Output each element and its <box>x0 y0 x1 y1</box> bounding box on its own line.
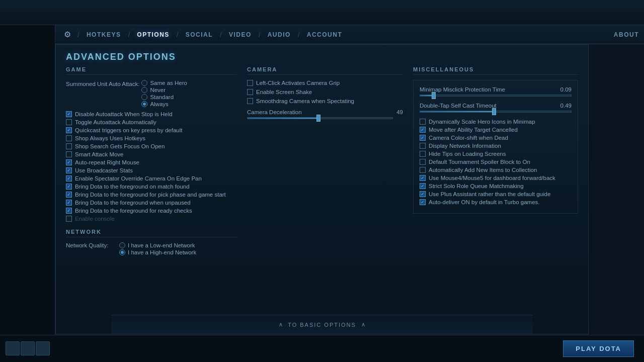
check-label-auto-repeat: Auto-repeat Right Mouse <box>75 159 139 165</box>
check-smart-attack[interactable]: Smart Attack Move <box>66 151 237 157</box>
check-label-foreground-unpaused: Bring Dota to the foreground when unpaus… <box>75 200 191 206</box>
checkbox-auto-add-items <box>420 167 426 173</box>
doubletap-slider-row: Double-Tap Self Cast Timeout 0.49 <box>420 103 572 113</box>
doubletap-label: Double-Tap Self Cast Timeout <box>420 103 497 109</box>
icon-placeholder-1[interactable] <box>6 341 20 355</box>
chevron-up-right: ∧ <box>361 321 365 328</box>
check-label-hide-tips: Hide Tips on Loading Screens <box>429 151 506 157</box>
minimap-track[interactable] <box>420 95 572 97</box>
check-foreground-ready[interactable]: Bring Dota to the foreground for ready c… <box>66 208 237 214</box>
camera-deceleration-value: 49 <box>396 109 403 115</box>
check-label-broadcaster: Use Broadcaster Stats <box>75 167 133 173</box>
check-mouse45[interactable]: Use Mouse4/Mouse5 for dashboard forward/… <box>420 175 572 181</box>
check-smoothdrag[interactable]: Smoothdrag Camera when Spectating <box>247 98 403 104</box>
check-strict-solo[interactable]: Strict Solo Role Queue Matchmaking <box>420 183 572 189</box>
minimap-thumb[interactable] <box>432 92 436 99</box>
checkbox-toggle-autoattack <box>66 119 72 125</box>
nav-bar: ⚙ / HOTKEYS / OPTIONS / SOCIAL / VIDEO /… <box>55 25 644 44</box>
checkbox-mouse45 <box>420 175 426 181</box>
misc-box: Minimap Misclick Protection Time 0.09 Do… <box>413 80 578 214</box>
play-dota-button[interactable]: PLAY DOTA <box>563 340 634 357</box>
check-screen-shake[interactable]: Enable Screen Shake <box>247 89 403 95</box>
nav-options[interactable]: OPTIONS <box>133 31 174 38</box>
check-auto-add-items[interactable]: Automatically Add New Items to Collectio… <box>420 167 572 173</box>
check-label-camera-color-shift: Camera Color-shift when Dead <box>429 135 508 141</box>
check-foreground-pick[interactable]: Bring Dota to the foreground for pick ph… <box>66 192 237 198</box>
left-icon-group <box>0 335 55 362</box>
radio-text-standard: Standard <box>150 94 174 100</box>
checkbox-shop-search <box>66 143 72 149</box>
nav-video[interactable]: VIDEO <box>225 31 256 38</box>
check-move-after-ability[interactable]: Move after Ability Target Cancelled <box>420 127 572 133</box>
nav-audio[interactable]: AUDIO <box>264 31 295 38</box>
icon-placeholder-2[interactable] <box>21 341 35 355</box>
checkbox-auto-deliver <box>420 199 426 205</box>
check-shop-hotkeys[interactable]: Shop Always Uses Hotkeys <box>66 135 237 141</box>
radio-text-low-end: I have a Low-end Network <box>128 242 195 248</box>
check-foreground-unpaused[interactable]: Bring Dota to the foreground when unpaus… <box>66 200 237 206</box>
camera-deceleration-thumb[interactable] <box>316 115 320 122</box>
checkbox-enable-console <box>66 216 72 222</box>
radio-standard[interactable]: Standard <box>141 94 187 100</box>
radio-circle-always <box>141 101 147 107</box>
doubletap-fill <box>420 111 494 112</box>
icon-placeholder-3[interactable] <box>36 341 50 355</box>
nav-about[interactable]: ABOUT <box>614 31 639 38</box>
radio-never[interactable]: Never <box>141 87 187 93</box>
check-plus-assistant[interactable]: Use Plus Assistant rather than the defau… <box>420 191 572 197</box>
radio-always[interactable]: Always <box>141 101 187 107</box>
network-radio-options: I have a Low-end Network I have a High-e… <box>119 242 196 255</box>
nav-hotkeys[interactable]: HOTKEYS <box>83 31 125 38</box>
basic-options-bar[interactable]: ∧ TO BASIC OPTIONS ∧ <box>111 315 533 334</box>
top-bar <box>0 0 644 25</box>
check-auto-deliver[interactable]: Auto-deliver ON by default in Turbo game… <box>420 199 572 205</box>
radio-high-end[interactable]: I have a High-end Network <box>119 249 196 255</box>
network-quality-row: Network Quality: I have a Low-end Networ… <box>66 242 237 255</box>
check-auto-repeat[interactable]: Auto-repeat Right Mouse <box>66 159 237 165</box>
check-label-enable-console: Enable console <box>75 216 115 222</box>
radio-same-as-hero[interactable]: Same as Hero <box>141 80 187 86</box>
check-label-screen-shake: Enable Screen Shake <box>256 89 312 95</box>
radio-circle-high-end <box>119 249 125 255</box>
check-camera-color-shift[interactable]: Camera Color-shift when Dead <box>420 135 572 141</box>
checkbox-foreground-unpaused <box>66 200 72 206</box>
gear-icon[interactable]: ⚙ <box>60 28 74 42</box>
check-dynamically-scale[interactable]: Dynamically Scale Hero Icons in Minimap <box>420 119 572 125</box>
check-label-spectator-override: Enable Spectator Override Camera On Edge… <box>75 175 202 182</box>
checkbox-spectator-override <box>66 175 72 182</box>
basic-options-label: TO BASIC OPTIONS <box>288 322 356 328</box>
doubletap-thumb[interactable] <box>492 108 496 115</box>
network-quality-label: Network Quality: <box>66 242 116 248</box>
check-tournament-spoiler[interactable]: Default Tournament Spoiler Block to On <box>420 159 572 165</box>
checkbox-broadcaster <box>66 167 72 173</box>
doubletap-track[interactable] <box>420 111 572 113</box>
check-label-toggle-autoattack: Toggle Autoattack Automatically <box>75 119 156 125</box>
check-label-shop-hotkeys: Shop Always Uses Hotkeys <box>75 135 145 141</box>
check-quickcast[interactable]: Quickcast triggers on key press by defau… <box>66 127 237 133</box>
radio-circle-same-as-hero <box>141 80 147 86</box>
network-section: NETWORK Network Quality: I have a Low-en… <box>66 229 237 255</box>
check-foreground-match[interactable]: Bring Dota to the foreground on match fo… <box>66 184 237 190</box>
radio-low-end[interactable]: I have a Low-end Network <box>119 242 196 248</box>
check-shop-search[interactable]: Shop Search Gets Focus On Open <box>66 143 237 149</box>
check-label-left-click-camera: Left-Click Activates Camera Grip <box>256 80 340 86</box>
nav-social[interactable]: SOCIAL <box>182 31 217 38</box>
check-left-click-camera[interactable]: Left-Click Activates Camera Grip <box>247 80 403 86</box>
page-title: ADVANCED OPTIONS <box>56 45 588 66</box>
nav-sep-2: / <box>128 31 130 39</box>
radio-text-never: Never <box>150 87 166 93</box>
check-broadcaster[interactable]: Use Broadcaster Stats <box>66 167 237 173</box>
check-toggle-autoattack[interactable]: Toggle Autoattack Automatically <box>66 119 237 125</box>
check-spectator-override[interactable]: Enable Spectator Override Camera On Edge… <box>66 175 237 182</box>
check-display-network[interactable]: Display Network Information <box>420 143 572 149</box>
checkbox-disable-autoattack <box>66 111 72 117</box>
check-label-smoothdrag: Smoothdrag Camera when Spectating <box>256 98 354 104</box>
check-disable-autoattack[interactable]: Disable Autoattack When Stop is Held <box>66 111 237 117</box>
radio-text-always: Always <box>150 101 168 107</box>
camera-deceleration-track[interactable] <box>247 117 393 119</box>
radio-circle-standard <box>141 94 147 100</box>
check-hide-tips[interactable]: Hide Tips on Loading Screens <box>420 151 572 157</box>
nav-account[interactable]: ACCOUNT <box>303 31 347 38</box>
network-section-title: NETWORK <box>66 229 237 237</box>
game-column: GAME Summoned Unit Auto Attack: Same as … <box>66 66 237 310</box>
